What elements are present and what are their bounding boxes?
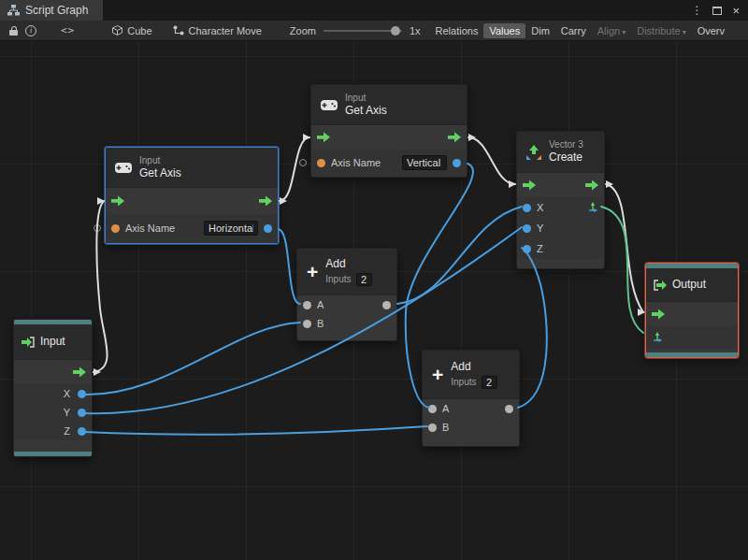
distribute-dropdown[interactable]: Distribute▾ <box>631 23 691 38</box>
node-title: Input <box>40 335 65 348</box>
dim-button[interactable]: Dim <box>525 23 555 38</box>
port-label: A <box>317 299 324 310</box>
wire-add2-sum-to-vector3-z[interactable] <box>518 248 547 408</box>
flow-in-port[interactable] <box>652 309 665 320</box>
z-port[interactable] <box>523 245 531 253</box>
overview-button[interactable]: Overv <box>692 23 730 38</box>
port-label: B <box>442 422 449 433</box>
node-add-2[interactable]: + Add Inputs A B <box>422 350 520 447</box>
graph-name: Character Move <box>189 25 262 36</box>
wire-flow-getaxis-vertical-to-vector3[interactable] <box>468 137 515 184</box>
tab-script-graph[interactable]: Script Graph <box>0 0 103 21</box>
flow-out-port[interactable] <box>259 195 272 206</box>
y-out-port[interactable] <box>78 409 86 417</box>
axis-name-input[interactable] <box>402 155 447 170</box>
values-button[interactable]: Values <box>483 23 525 38</box>
vector3-result-port-move-icon[interactable] <box>587 202 598 213</box>
flow-port-row <box>106 188 278 213</box>
input-a-port[interactable] <box>428 405 437 413</box>
input-b-port[interactable] <box>303 320 311 328</box>
node-header: + Add Inputs <box>297 249 396 295</box>
port-row-b: B <box>423 418 519 437</box>
flow-in-port[interactable] <box>523 180 536 191</box>
flow-in-port[interactable] <box>111 195 124 206</box>
z-out-port[interactable] <box>78 427 86 436</box>
zoom-control: Zoom 1x <box>290 25 421 36</box>
port-label: Axis Name <box>125 223 175 234</box>
flow-in-port[interactable] <box>317 132 330 142</box>
cube-icon <box>112 25 122 36</box>
port-label: Z <box>64 425 70 437</box>
node-category: Input <box>345 93 387 104</box>
node-header: Input <box>14 324 92 360</box>
wire-vector3-result-to-output[interactable] <box>601 207 643 333</box>
breadcrumb-gameobject[interactable]: Cube <box>112 25 151 36</box>
port-row-a: A <box>423 399 519 418</box>
chevron-down-icon: ▾ <box>683 28 686 36</box>
port-label: Z <box>537 243 543 254</box>
wire-input-z-to-add2-b[interactable] <box>84 426 427 435</box>
sum-port[interactable] <box>382 301 391 309</box>
flow-out-port[interactable] <box>448 132 461 142</box>
flow-arrowhead <box>606 180 613 188</box>
fit-graph-icon[interactable]: <> <box>57 22 79 39</box>
vector3-in-port-move-icon[interactable] <box>652 332 663 343</box>
flow-arrowhead <box>94 368 101 376</box>
result-port[interactable] <box>453 159 461 167</box>
x-port[interactable] <box>523 204 531 212</box>
lock-icon[interactable] <box>6 22 22 39</box>
node-get-axis-vertical[interactable]: Input Get Axis Axis Name <box>310 84 468 178</box>
port-row-x: X <box>517 197 604 218</box>
maximize-icon[interactable] <box>712 7 722 15</box>
flow-out-port[interactable] <box>585 180 598 191</box>
wire-flow-getaxis-horizontal-to-vertical[interactable] <box>280 137 309 201</box>
inputs-count-input[interactable] <box>356 273 372 286</box>
breadcrumb-graph[interactable]: Character Move <box>173 25 262 36</box>
node-title: Get Axis <box>345 104 387 117</box>
port-row-y: Y <box>517 218 604 238</box>
flow-port-row <box>311 125 467 149</box>
input-a-port[interactable] <box>303 301 311 309</box>
close-icon[interactable]: × <box>732 5 740 17</box>
flow-arrowhead <box>638 309 645 316</box>
gamepad-icon <box>321 100 338 110</box>
node-graph-output[interactable]: Output <box>645 263 739 358</box>
flow-out-port[interactable] <box>73 367 86 378</box>
unconnected-port-marker <box>299 159 307 166</box>
wire-flow-vector3-to-output[interactable] <box>606 184 643 312</box>
node-graph-input[interactable]: Input X Y Z <box>13 319 93 457</box>
inputs-count-input[interactable] <box>482 376 497 389</box>
carry-button[interactable]: Carry <box>555 23 592 38</box>
info-icon[interactable]: i <box>22 22 40 39</box>
gamepad-icon <box>115 163 132 173</box>
zoom-slider[interactable] <box>324 30 402 32</box>
node-vector3-create[interactable]: Vector 3 Create X Y <box>516 131 605 269</box>
axis-name-input[interactable] <box>204 221 258 236</box>
graph-asset-icon <box>173 25 184 36</box>
node-title: Add <box>325 257 371 270</box>
port-label: Y <box>537 223 543 234</box>
node-header: + Add Inputs <box>423 351 519 399</box>
x-out-port[interactable] <box>78 390 86 398</box>
port-row-z: Z <box>517 238 604 259</box>
sum-port[interactable] <box>505 405 513 413</box>
input-b-port[interactable] <box>428 424 437 432</box>
kebab-menu-icon[interactable]: ⋮ <box>691 5 702 16</box>
tab-title: Script Graph <box>25 4 88 17</box>
y-port[interactable] <box>523 224 531 233</box>
port-row-b: B <box>297 314 396 333</box>
port-label: B <box>317 318 324 329</box>
result-port[interactable] <box>264 224 272 233</box>
zoom-slider-handle[interactable] <box>391 26 400 36</box>
string-port[interactable] <box>111 224 120 233</box>
string-port[interactable] <box>317 159 325 167</box>
graph-canvas[interactable]: Input Get Axis Axis Name <box>0 41 748 560</box>
wire-add1-sum-to-vector3-x[interactable] <box>397 207 522 304</box>
relations-button[interactable]: Relations <box>430 23 484 38</box>
align-dropdown[interactable]: Align▾ <box>592 23 631 38</box>
node-get-axis-horizontal[interactable]: Input Get Axis Axis Name <box>105 147 279 244</box>
unconnected-port-marker <box>94 224 101 232</box>
graph-output-icon <box>654 280 667 291</box>
wire-input-x-to-add1-b[interactable] <box>84 323 300 395</box>
node-add-1[interactable]: + Add Inputs A B <box>296 248 397 341</box>
